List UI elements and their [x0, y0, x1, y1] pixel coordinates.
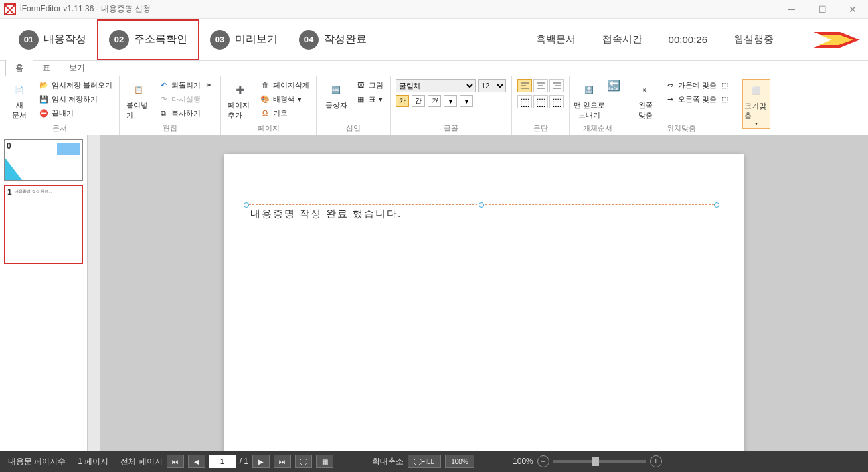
step-2-label: 주소록확인: [134, 33, 187, 46]
first-page-button[interactable]: ⏮: [167, 455, 184, 468]
app-icon: [4, 3, 16, 15]
tab-home[interactable]: 홈: [5, 60, 33, 76]
font-color-button[interactable]: ▾: [444, 95, 457, 107]
step-4-num: 04: [299, 30, 319, 50]
align-center-obj-button[interactable]: ⇔가운데 맞춤⬚: [663, 79, 731, 91]
copy-button[interactable]: ⧉복사하기: [157, 107, 215, 119]
step-3[interactable]: 03 미리보기: [199, 19, 288, 60]
last-page-button[interactable]: ⏭: [274, 455, 291, 468]
align-center-button[interactable]: [533, 79, 548, 92]
group-doc-label: 문서: [5, 122, 114, 133]
sb-fill-button[interactable]: ⛶ FILL: [408, 455, 441, 468]
redo-button[interactable]: ↷다시실행: [157, 93, 215, 105]
bring-front-icon: 🔝: [580, 80, 598, 99]
doc-mode-label: 흑백문서: [536, 33, 576, 46]
minimize-button[interactable]: ─: [776, 0, 807, 19]
next-page-button[interactable]: ▶: [252, 455, 270, 468]
textbox-content[interactable]: 내용증명 작성 완료 했습니다.: [246, 205, 717, 223]
font-size-select[interactable]: 12: [478, 79, 506, 92]
sb-pagecount-label: 내용문 페이지수: [8, 456, 66, 467]
prev-page-button[interactable]: ◀: [188, 455, 205, 468]
sb-100-button[interactable]: 100%: [445, 455, 474, 468]
align-right-obj-button[interactable]: ⇥오른쪽 맞춤⬚: [663, 93, 731, 105]
resize-handle[interactable]: [244, 202, 249, 208]
work-area: 0 1 내용증명 작성 완료... 내용증명 작성 완료 했습니다.: [0, 135, 868, 451]
symbol-icon: Ω: [260, 108, 270, 118]
new-doc-icon: 📄: [10, 80, 29, 99]
thumb-0[interactable]: 0: [4, 139, 83, 181]
load-icon: 📂: [39, 80, 49, 90]
align-left-obj-button[interactable]: ⇤ 왼쪽 맞춤: [632, 79, 659, 121]
step-1[interactable]: 01 내용작성: [8, 19, 97, 60]
exit-icon: ⛔: [39, 108, 49, 118]
new-doc-button[interactable]: 📄 새 문서: [5, 79, 33, 121]
tab-table[interactable]: 표: [33, 60, 60, 76]
zoom-out-button[interactable]: −: [537, 455, 549, 467]
align-left-obj-icon: ⇤: [636, 80, 655, 99]
group-font-label: 글꼴: [396, 122, 506, 133]
resize-handle[interactable]: [714, 202, 719, 208]
step-1-num: 01: [19, 30, 39, 50]
thumb-scrollbar[interactable]: [88, 135, 100, 451]
underline-button[interactable]: 간: [412, 95, 425, 107]
picture-button[interactable]: 🖼그림: [354, 79, 385, 91]
undo-button[interactable]: ↶되돌리기✂: [157, 79, 215, 91]
font-family-select[interactable]: 굴림체: [396, 79, 476, 92]
save-temp-button[interactable]: 💾임시 저장하기: [37, 93, 114, 105]
font-highlight-button[interactable]: ▾: [460, 95, 473, 107]
textbox-selected[interactable]: 내용증명 작성 완료 했습니다.: [246, 204, 717, 451]
step-bar: 01 내용작성 02 주소록확인 03 미리보기 04 작성완료 흑백문서 접속…: [0, 19, 868, 61]
load-temp-button[interactable]: 📂임시저장 불러오기: [37, 79, 114, 91]
thumb-1[interactable]: 1 내용증명 작성 완료...: [4, 185, 83, 264]
exit-button[interactable]: ⛔끝내기: [37, 107, 114, 119]
align-left-button[interactable]: [517, 79, 532, 92]
size-fit-icon: ⬜: [747, 81, 766, 100]
maximize-button[interactable]: ☐: [807, 0, 837, 19]
paste-icon: 📋: [130, 80, 148, 99]
sb-grid-button[interactable]: ▦: [316, 455, 333, 468]
valign-bot-button[interactable]: ⬚: [549, 95, 564, 108]
copy-icon: ⧉: [158, 108, 169, 118]
close-button[interactable]: ✕: [837, 0, 868, 19]
textbox-button[interactable]: 🔤 글상자: [322, 79, 350, 112]
bold-button[interactable]: 가: [396, 95, 409, 107]
delete-page-button[interactable]: 🗑페이지삭제: [258, 79, 311, 91]
symbol-button[interactable]: Ω기호: [258, 107, 311, 119]
page[interactable]: 내용증명 작성 완료 했습니다.: [224, 154, 744, 451]
size-fit-button[interactable]: ⬜ 크기맞춤 ▾: [742, 79, 770, 129]
canvas[interactable]: 내용증명 작성 완료 했습니다.: [100, 135, 868, 451]
add-page-button[interactable]: ➕ 페이지추가: [226, 79, 254, 121]
table-button[interactable]: ▦표▾: [354, 93, 385, 105]
step-4[interactable]: 04 작성완료: [288, 19, 377, 60]
zoom-in-button[interactable]: +: [650, 455, 662, 467]
zoom-slider[interactable]: [553, 460, 646, 463]
resize-handle[interactable]: [479, 202, 484, 208]
save-icon: 💾: [39, 94, 49, 104]
step-2[interactable]: 02 주소록확인: [97, 19, 199, 60]
sb-pagecount-value: 1 페이지: [78, 456, 108, 467]
cut-icon: ✂: [203, 80, 214, 90]
thumbnails-panel: 0 1 내용증명 작성 완료...: [0, 135, 88, 451]
current-page-input[interactable]: [209, 455, 236, 468]
step-1-label: 내용작성: [44, 33, 86, 46]
group-page-label: 페이지: [226, 122, 311, 133]
zoom-knob[interactable]: [592, 457, 599, 466]
bgcolor-button[interactable]: 🎨배경색▾: [258, 93, 311, 105]
group-align-label: 위치맞춤: [632, 122, 731, 133]
align-right-button[interactable]: [549, 79, 564, 92]
statusbar: 내용문 페이지수 1 페이지 전체 페이지 ⏮ ◀ / 1 ▶ ⏭ ⛶ ▦ 확대…: [0, 451, 868, 472]
send-back-icon[interactable]: 🔙: [607, 79, 620, 92]
conn-time-label: 접속시간: [602, 33, 642, 46]
brand-logo: [814, 27, 860, 53]
valign-mid-button[interactable]: ⬚: [533, 95, 548, 108]
sb-fit-button[interactable]: ⛶: [295, 455, 312, 468]
bring-front-button[interactable]: 🔝 맨 앞으로 보내기: [575, 79, 603, 121]
italic-button[interactable]: 가: [428, 95, 441, 107]
paste-button[interactable]: 📋 붙여넣기: [125, 79, 153, 121]
running-label: 웹실행중: [734, 33, 774, 46]
sb-zoom-pct: 100%: [513, 457, 533, 466]
misc-icon-2: ⬚: [719, 94, 730, 104]
dropdown-icon: ▾: [298, 95, 302, 104]
tab-view[interactable]: 보기: [60, 60, 94, 76]
valign-top-button[interactable]: ⬚: [517, 95, 532, 108]
